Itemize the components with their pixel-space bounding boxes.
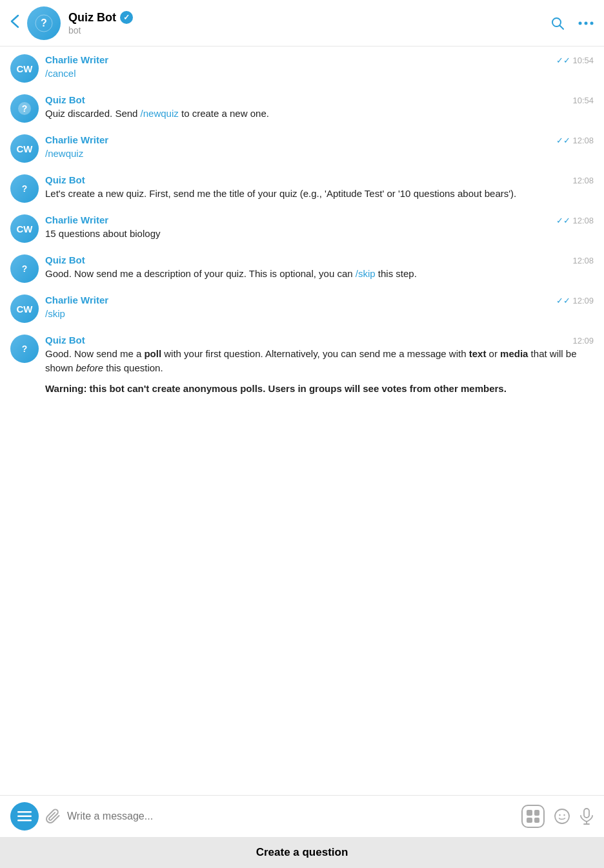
read-receipt: ✓✓ [556, 136, 570, 145]
bot-name-row: Quiz Bot ✓ [68, 11, 550, 25]
bot-name: Quiz Bot [68, 11, 116, 25]
svg-text:?: ? [41, 17, 47, 28]
message-time: ✓✓ 12:08 [556, 216, 594, 225]
create-question-button[interactable]: Create a question [10, 846, 594, 859]
message-header: Charlie Writer ✓✓ 10:54 [45, 54, 594, 65]
message-time: 12:09 [572, 336, 594, 346]
message-row: CW Charlie Writer ✓✓ 12:09 /skip [10, 294, 594, 323]
message-content: Charlie Writer ✓✓ 10:54 /cancel [45, 54, 594, 81]
message-content: Quiz Bot 12:08 Let's create a new quiz. … [45, 174, 594, 201]
message-row: CW Charlie Writer ✓✓ 12:08 15 questions … [10, 214, 594, 243]
message-text: Let's create a new quiz. First, send me … [45, 187, 594, 201]
sticker-grid-button[interactable] [521, 805, 545, 828]
chat-header: ? Quiz Bot ✓ bot [0, 0, 604, 46]
message-header: Charlie Writer ✓✓ 12:08 [45, 214, 594, 225]
message-content: Quiz Bot 10:54 Quiz discarded. Send /new… [45, 94, 594, 121]
sender-name: Quiz Bot [45, 174, 85, 185]
user-avatar: CW [10, 54, 39, 83]
message-time: ✓✓ 12:09 [556, 296, 594, 305]
message-header: Quiz Bot 10:54 [45, 94, 594, 105]
sender-name: Charlie Writer [45, 134, 108, 145]
header-actions [550, 16, 594, 31]
read-receipt: ✓✓ [556, 216, 570, 225]
bot-avatar-small: ? [10, 94, 39, 123]
message-row: ? Quiz Bot 12:08 Let's create a new quiz… [10, 174, 594, 203]
svg-point-5 [590, 21, 594, 25]
svg-rect-11 [17, 811, 32, 813]
sender-name: Charlie Writer [45, 54, 108, 65]
bot-avatar: ? [27, 6, 61, 40]
message-row: CW Charlie Writer ✓✓ 10:54 /cancel [10, 54, 594, 83]
svg-point-14 [555, 809, 569, 823]
sender-name: Quiz Bot [45, 94, 85, 105]
svg-rect-17 [584, 809, 589, 818]
message-row: ? Quiz Bot 12:09 Good. Now send me a pol… [10, 335, 594, 395]
message-row: ? Quiz Bot 12:08 Good. Now send me a des… [10, 254, 594, 283]
warning-text: Warning: this bot can't create anonymous… [45, 382, 594, 396]
sender-name: Charlie Writer [45, 214, 108, 225]
svg-point-16 [563, 814, 565, 816]
message-header: Quiz Bot 12:09 [45, 335, 594, 346]
message-content: Charlie Writer ✓✓ 12:08 /newquiz [45, 134, 594, 161]
message-header: Quiz Bot 12:08 [45, 254, 594, 265]
chat-area: CW Charlie Writer ✓✓ 10:54 /cancel ? [0, 46, 604, 795]
message-text: /cancel [45, 67, 594, 81]
message-content: Quiz Bot 12:08 Good. Now send me a descr… [45, 254, 594, 281]
message-content: Charlie Writer ✓✓ 12:08 15 questions abo… [45, 214, 594, 241]
attach-button[interactable] [45, 809, 61, 824]
user-avatar: CW [10, 214, 39, 243]
svg-point-15 [559, 814, 560, 816]
message-time: ✓✓ 10:54 [556, 56, 594, 65]
message-header: Charlie Writer ✓✓ 12:09 [45, 294, 594, 305]
svg-text:?: ? [22, 344, 28, 354]
message-time: 12:08 [572, 176, 594, 185]
header-info: Quiz Bot ✓ bot [68, 11, 550, 36]
svg-rect-12 [17, 816, 32, 818]
search-button[interactable] [550, 16, 565, 31]
user-avatar: CW [10, 294, 39, 323]
message-row: CW Charlie Writer ✓✓ 12:08 /newquiz [10, 134, 594, 163]
message-text: Good. Now send me a poll with your first… [45, 347, 594, 375]
sender-name: Quiz Bot [45, 335, 85, 346]
message-header: Charlie Writer ✓✓ 12:08 [45, 134, 594, 145]
bot-avatar-small: ? [10, 254, 39, 283]
message-content: Quiz Bot 12:09 Good. Now send me a poll … [45, 335, 594, 395]
back-button[interactable] [10, 14, 19, 32]
svg-point-3 [579, 21, 582, 25]
svg-text:?: ? [22, 183, 28, 194]
microphone-button[interactable] [579, 808, 594, 825]
create-question-bar: Create a question [0, 837, 604, 868]
emoji-button[interactable] [554, 808, 570, 825]
grid-icon [521, 805, 545, 828]
sender-name: Quiz Bot [45, 254, 85, 265]
verified-icon: ✓ [120, 11, 133, 24]
message-text: /newquiz [45, 147, 594, 161]
menu-button[interactable] [10, 802, 39, 831]
svg-text:?: ? [22, 264, 28, 274]
message-time: 12:08 [572, 256, 594, 265]
read-receipt: ✓✓ [556, 56, 570, 65]
message-text: Quiz discarded. Send /newquiz to create … [45, 107, 594, 121]
user-avatar: CW [10, 134, 39, 163]
sender-name: Charlie Writer [45, 294, 108, 305]
message-content: Charlie Writer ✓✓ 12:09 /skip [45, 294, 594, 321]
message-time: 10:54 [572, 96, 594, 105]
message-input[interactable] [67, 811, 515, 822]
input-actions [521, 805, 594, 828]
svg-text:?: ? [22, 103, 28, 114]
svg-rect-13 [17, 820, 32, 822]
message-text: /skip [45, 307, 594, 321]
message-time: ✓✓ 12:08 [556, 136, 594, 145]
svg-point-4 [585, 21, 588, 25]
message-header: Quiz Bot 12:08 [45, 174, 594, 185]
message-text: 15 questions about biology [45, 227, 594, 241]
bot-avatar-small: ? [10, 174, 39, 203]
bot-avatar-small: ? [10, 335, 39, 363]
input-bar [0, 795, 604, 837]
bot-subtitle: bot [68, 25, 550, 36]
message-row: ? Quiz Bot 10:54 Quiz discarded. Send /n… [10, 94, 594, 123]
read-receipt: ✓✓ [556, 296, 570, 305]
more-button[interactable] [578, 21, 594, 25]
message-text: Good. Now send me a description of your … [45, 267, 594, 281]
